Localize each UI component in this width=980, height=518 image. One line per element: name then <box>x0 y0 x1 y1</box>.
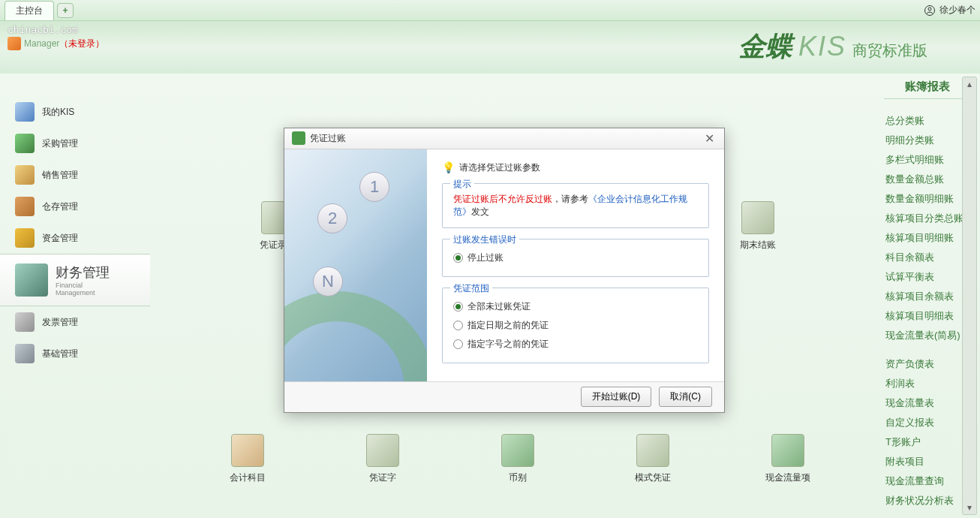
step-n-icon: N <box>313 267 343 297</box>
radio-icon <box>453 302 463 312</box>
svg-point-0 <box>928 8 931 11</box>
report-link[interactable]: 利润表 <box>884 374 971 393</box>
dialog-sidebar: 1 2 N <box>284 149 427 381</box>
report-link[interactable]: 资产负债表 <box>884 354 971 374</box>
header: chinacbi.com Manager（未登录） 金蝶 KIS 商贸标准版 <box>0 21 980 74</box>
range-fieldset: 凭证范围 全部未过账凭证 指定日期之前的凭证 指定字号之前的凭证 <box>442 288 709 363</box>
report-link[interactable]: 核算项目分类总账 <box>884 209 971 228</box>
report-link[interactable]: 试算平衡表 <box>884 267 971 287</box>
currency-icon <box>501 434 534 467</box>
report-link[interactable]: 科目余额表 <box>884 248 971 267</box>
my-kis-icon <box>15 102 35 122</box>
range-legend: 凭证范围 <box>450 282 492 295</box>
sidebar-item-inventory[interactable]: 仓存管理 <box>0 191 150 222</box>
dialog-body: 1 2 N 💡 请选择凭证过账参数 提示 凭证过账后不允许反过账，请参考《企业会… <box>284 149 724 381</box>
dialog-prompt: 💡 请选择凭证过账参数 <box>442 161 709 174</box>
tab-console[interactable]: 主控台 <box>5 1 54 20</box>
sidebar-item-my-kis[interactable]: 我的KIS <box>0 96 150 128</box>
voucher-word-button[interactable]: 凭证字 <box>353 434 413 484</box>
radio-all-unposted[interactable]: 全部未过账凭证 <box>453 297 698 316</box>
tab-add-button[interactable]: + <box>57 3 74 18</box>
report-link[interactable]: 自定义报表 <box>884 413 971 432</box>
report-link[interactable]: 财务状况分析表 <box>884 491 971 510</box>
brand-logo: 金蝶 KIS 商贸标准版 <box>738 29 927 65</box>
sidebar-item-invoice[interactable]: 发票管理 <box>0 306 150 338</box>
sidebar-item-basic[interactable]: 基础管理 <box>0 338 150 369</box>
sales-icon <box>15 165 35 185</box>
report-link[interactable]: 总分类账 <box>884 111 971 131</box>
radio-stop-post[interactable]: 停止过账 <box>453 248 698 267</box>
cashflow-item-button[interactable]: 现金流量项 <box>758 434 818 484</box>
report-link[interactable]: 多栏式明细账 <box>884 150 971 170</box>
manager-text: Manager（未登录） <box>24 38 104 50</box>
report-link[interactable]: 核算项目余额表 <box>884 287 971 306</box>
scrollbar[interactable]: ▴ ▾ <box>962 77 977 515</box>
template-voucher-button[interactable]: 模式凭证 <box>623 434 683 484</box>
purchase-icon <box>15 134 35 153</box>
dialog-titlebar[interactable]: 凭证过账 ✕ <box>284 128 724 149</box>
period-end-button[interactable]: 期末结账 <box>728 201 788 251</box>
dialog-footer: 开始过账(D) 取消(C) <box>284 381 724 412</box>
report-link[interactable]: 现金流量查询 <box>884 471 971 491</box>
dialog-content: 💡 请选择凭证过账参数 提示 凭证过账后不允许反过账，请参考《企业会计信息化工作… <box>427 149 724 381</box>
radio-icon <box>453 253 463 263</box>
topbar-user[interactable]: 徐少春个 <box>924 4 975 17</box>
radio-before-number[interactable]: 指定字号之前的凭证 <box>453 335 698 354</box>
step-2-icon: 2 <box>317 203 347 233</box>
sidebar-item-funds[interactable]: 资金管理 <box>0 222 150 254</box>
scroll-down-icon[interactable]: ▾ <box>963 501 976 514</box>
finance-icon <box>15 264 48 297</box>
sidebar: 我的KIS 采购管理 销售管理 仓存管理 资金管理 财务管理Financial … <box>0 74 150 518</box>
bulb-icon: 💡 <box>442 161 455 173</box>
error-fieldset: 过账发生错误时 停止过账 <box>442 239 709 277</box>
report-link[interactable]: T形账户 <box>884 432 971 452</box>
report-link[interactable]: 明细分类账 <box>884 131 971 150</box>
user-name: 徐少春个 <box>939 4 975 17</box>
close-button[interactable]: ✕ <box>702 131 717 146</box>
period-end-icon <box>741 201 774 234</box>
hint-fieldset: 提示 凭证过账后不允许反过账，请参考《企业会计信息化工作规范》发文 <box>442 183 709 228</box>
scroll-up-icon[interactable]: ▴ <box>963 77 976 91</box>
report-link[interactable]: 核算项目明细账 <box>884 228 971 248</box>
dialog-title: 凭证过账 <box>310 132 346 145</box>
radio-before-date[interactable]: 指定日期之前的凭证 <box>453 316 698 335</box>
dialog-icon <box>292 131 305 145</box>
invoice-icon <box>15 312 35 332</box>
report-link[interactable]: 附表项目 <box>884 452 971 471</box>
report-link[interactable]: 现金流量表 <box>884 393 971 413</box>
cashflow-item-icon <box>771 434 804 467</box>
report-link[interactable]: 数量金额明细账 <box>884 189 971 209</box>
inventory-icon <box>15 197 35 216</box>
step-1-icon: 1 <box>359 172 389 202</box>
report-link[interactable]: 核算项目明细表 <box>884 306 971 326</box>
sidebar-item-finance[interactable]: 财务管理Financial Management <box>0 254 150 306</box>
report-link[interactable]: 数量金额总账 <box>884 170 971 189</box>
radio-icon <box>453 339 463 349</box>
basic-icon <box>15 344 35 363</box>
sidebar-item-purchase[interactable]: 采购管理 <box>0 128 150 159</box>
error-legend: 过账发生错误时 <box>450 233 519 246</box>
start-post-button[interactable]: 开始过账(D) <box>581 387 652 407</box>
manager-icon <box>8 37 21 50</box>
template-voucher-icon <box>636 434 669 467</box>
cancel-button[interactable]: 取消(C) <box>659 387 712 407</box>
funds-icon <box>15 228 35 248</box>
top-bar: 主控台 + 徐少春个 <box>0 0 980 21</box>
account-subject-icon <box>231 434 264 467</box>
close-icon: ✕ <box>705 131 714 146</box>
voucher-post-dialog: 凭证过账 ✕ 1 2 N 💡 请选择凭证过账参数 提示 凭证过账后不允许反过账，… <box>284 128 725 413</box>
sidebar-item-sales[interactable]: 销售管理 <box>0 159 150 191</box>
hint-warning: 凭证过账后不允许反过账 <box>453 194 552 204</box>
right-panel-title: 账簿报表 <box>884 80 971 99</box>
hint-legend: 提示 <box>450 178 474 191</box>
radio-icon <box>453 321 463 330</box>
user-icon <box>924 5 935 16</box>
report-link[interactable]: 现金流量表(简易) <box>884 326 971 345</box>
currency-button[interactable]: 币别 <box>488 434 548 484</box>
voucher-word-icon <box>366 434 399 467</box>
account-subject-button[interactable]: 会计科目 <box>218 434 278 484</box>
